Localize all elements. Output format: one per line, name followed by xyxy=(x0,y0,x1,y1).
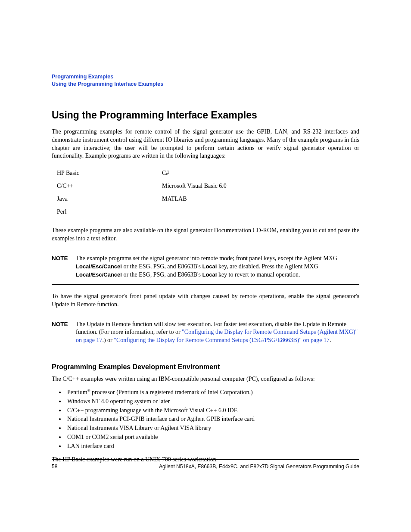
note-body: The Update in Remote function will slow … xyxy=(76,320,359,345)
table-row: C/C++ Microsoft Visual Basic 6.0 xyxy=(57,180,227,192)
subsection-heading: Programming Examples Development Environ… xyxy=(52,363,359,371)
list-item: National Instruments PCI-GPIB interface … xyxy=(65,415,359,423)
list-item: C/C++ programming language with the Micr… xyxy=(65,407,359,415)
running-header: Programming Examples Using the Programmi… xyxy=(52,73,359,88)
list-item: LAN interface card xyxy=(65,442,359,451)
footer-title: Agilent N518xA, E8663B, E44x8C, and E82x… xyxy=(159,464,359,470)
bullet-list: Pentium® processor (Pentium is a registe… xyxy=(52,388,359,451)
page-footer: 58 Agilent N518xA, E8663B, E44x8C, and E… xyxy=(52,459,359,470)
list-item: National Instruments VISA Library or Agi… xyxy=(65,424,359,432)
lang-cell: C/C++ xyxy=(57,180,161,192)
note-label: NOTE xyxy=(52,255,76,279)
document-page: Programming Examples Using the Programmi… xyxy=(0,0,411,532)
page-number: 58 xyxy=(52,464,57,470)
lang-cell xyxy=(162,206,227,218)
header-link-chapter[interactable]: Programming Examples xyxy=(52,74,113,80)
lang-cell: Microsoft Visual Basic 6.0 xyxy=(162,180,227,192)
table-row: HP Basic C# xyxy=(57,167,227,179)
lang-cell: HP Basic xyxy=(57,167,161,179)
table-row: Java MATLAB xyxy=(57,193,227,205)
lang-cell: Perl xyxy=(57,206,161,218)
intro-paragraph: The programming examples for remote cont… xyxy=(52,128,359,161)
lang-cell: Java xyxy=(57,193,161,205)
paragraph: To have the signal generator's front pan… xyxy=(52,292,359,309)
registered-mark: ® xyxy=(87,388,90,392)
list-item: COM1 or COM2 serial port available xyxy=(65,433,359,442)
list-item: Pentium® processor (Pentium is a registe… xyxy=(65,388,359,397)
note-label: NOTE xyxy=(52,320,76,345)
list-item: Windows NT 4.0 operating system or later xyxy=(65,398,359,406)
note-block: NOTE The Update in Remote function will … xyxy=(52,316,359,351)
note-block: NOTE The example programs set the signal… xyxy=(52,250,359,285)
section-heading: Using the Programming Interface Examples xyxy=(52,109,359,121)
lang-cell: C# xyxy=(162,167,227,179)
lang-cell: MATLAB xyxy=(162,193,227,205)
note-body: The example programs set the signal gene… xyxy=(76,255,359,279)
table-row: Perl xyxy=(57,206,227,218)
languages-table: HP Basic C# C/C++ Microsoft Visual Basic… xyxy=(56,166,227,219)
paragraph: These example programs are also availabl… xyxy=(52,227,359,243)
paragraph: The C/C++ examples were written using an… xyxy=(52,375,359,383)
xref-link[interactable]: "Configuring the Display for Remote Comm… xyxy=(114,337,330,343)
header-link-section[interactable]: Using the Programming Interface Examples xyxy=(52,81,163,87)
